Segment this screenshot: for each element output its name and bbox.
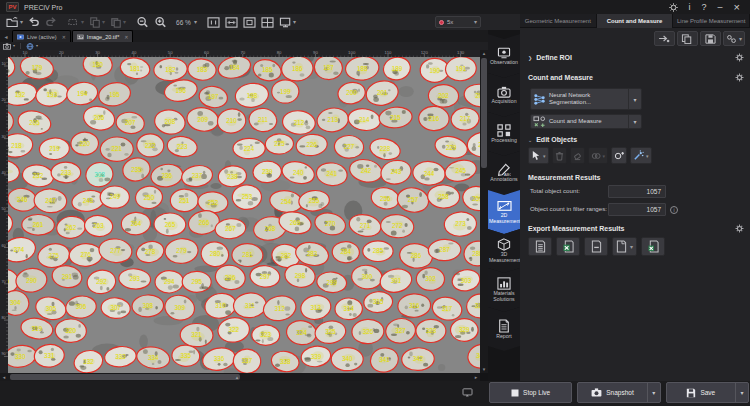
tab-live[interactable]: Live (active) ✕ — [12, 30, 71, 42]
filter-info-icon[interactable]: i — [670, 206, 678, 214]
fit-screen-button[interactable] — [241, 15, 258, 29]
measurement-options-button[interactable]: ▾ — [723, 31, 745, 46]
vertical-scrollbar-thumb[interactable] — [481, 58, 487, 168]
export-excel-button[interactable] — [556, 237, 580, 256]
save-results-button[interactable] — [700, 31, 721, 46]
tab-live-close-icon[interactable]: ✕ — [62, 34, 66, 40]
add-object-button[interactable] — [611, 147, 627, 164]
select-region-button[interactable]: ▾ — [65, 15, 86, 29]
undo-button[interactable] — [26, 15, 42, 29]
sidebar-item-3d-measurement[interactable]: 3D Measurement — [488, 229, 520, 273]
count-measure-settings-icon[interactable] — [735, 73, 744, 82]
svg-text:268: 268 — [265, 225, 276, 232]
open-file-button[interactable]: ▾ — [4, 15, 25, 29]
export-settings-icon[interactable] — [735, 224, 744, 233]
count-and-measure-dropdown-icon[interactable]: ▾ — [628, 115, 641, 128]
select-object-button[interactable]: ▾ — [528, 147, 549, 164]
sidebar-item-annotations[interactable]: ABCAnnotations — [488, 151, 520, 195]
zoom-out-button[interactable] — [134, 15, 151, 29]
define-roi-caret-icon[interactable]: ❯ — [528, 55, 532, 61]
sidebar-item-observation[interactable]: Observation — [488, 34, 520, 78]
export-file-button[interactable]: ▾ — [612, 237, 637, 256]
close-button[interactable]: × — [734, 3, 740, 12]
tab-geometric-measurement[interactable]: Geometric Measurement — [520, 14, 597, 28]
sidebar-item-label: Processing — [489, 138, 519, 144]
zoom-level-value: 66 % — [176, 19, 191, 26]
save-dropdown-icon[interactable]: ▾ — [735, 383, 748, 402]
overlay-tool-button[interactable]: ▾ — [26, 43, 38, 50]
fit-width-button[interactable] — [223, 15, 240, 29]
display-notification-icon[interactable] — [462, 388, 473, 398]
define-roi-settings-icon[interactable] — [735, 53, 744, 62]
stop-live-button[interactable]: Stop Live — [489, 382, 572, 403]
display-monitor-button[interactable]: ▾ — [277, 15, 298, 29]
tab-line-profile-measurement[interactable]: Line Profile Measurement — [673, 14, 750, 28]
zoom-in-button[interactable] — [152, 15, 169, 29]
settings-gear-icon[interactable] — [669, 3, 678, 12]
paste-dropdown-icon[interactable]: ▾ — [123, 19, 126, 25]
svg-text:183: 183 — [197, 66, 208, 73]
magic-wand-button[interactable]: ▾ — [630, 147, 652, 164]
svg-text:179: 179 — [32, 64, 43, 71]
snapshot-tool-button[interactable]: ▾ — [3, 43, 15, 50]
scroll-down-icon[interactable]: ▾ — [480, 366, 488, 373]
objective-dropdown-icon[interactable]: ▾ — [474, 19, 477, 25]
horizontal-scrollbar-thumb[interactable] — [10, 374, 240, 380]
tab-scroll-left-icon[interactable]: ◂ — [0, 33, 12, 42]
vertical-scrollbar[interactable]: ▴ ▾ — [480, 50, 488, 373]
collapse-panel-icon[interactable]: ▴ — [230, 374, 244, 381]
svg-text:216: 216 — [429, 115, 440, 122]
neural-network-dropdown-icon[interactable]: ▾ — [628, 89, 641, 109]
magic-wand-dropdown-icon[interactable]: ▾ — [646, 153, 649, 159]
info-button[interactable]: i — [689, 3, 691, 12]
tile-view-button[interactable] — [259, 15, 276, 29]
snapshot-tool-dropdown-icon[interactable]: ▾ — [13, 43, 15, 49]
neural-network-segmentation-button[interactable]: Neural Network Segmentation... ▾ — [530, 88, 642, 110]
send-results-button[interactable] — [654, 31, 675, 46]
redo-button[interactable] — [43, 15, 59, 29]
display-monitor-dropdown-icon[interactable]: ▾ — [293, 19, 296, 25]
minimize-button[interactable]: – — [718, 3, 723, 12]
objective-select[interactable]: 5x ▾ — [435, 16, 481, 28]
svg-text:277: 277 — [110, 247, 121, 254]
copy-results-button[interactable] — [677, 31, 698, 46]
sidebar-item-processing[interactable]: Processing — [488, 112, 520, 156]
edit-objects-section[interactable]: ⌄ Edit Objects — [520, 129, 750, 144]
export-workbook-button[interactable] — [641, 237, 665, 256]
sidebar-item-materials-solutions[interactable]: Materials Solutions — [488, 268, 520, 312]
scroll-left-icon[interactable]: ◂ — [0, 374, 8, 381]
copy-dropdown-icon[interactable]: ▾ — [102, 19, 105, 25]
copy-button[interactable]: ▾ — [87, 15, 107, 29]
snapshot-dropdown-icon[interactable]: ▾ — [647, 383, 660, 402]
select-region-dropdown-icon[interactable]: ▾ — [81, 19, 84, 25]
tab-image-close-icon[interactable]: ✕ — [124, 34, 128, 40]
save-button[interactable]: Save ▾ — [666, 382, 749, 403]
svg-text:189: 189 — [392, 65, 403, 72]
snapshot-button[interactable]: Snapshot ▾ — [577, 382, 660, 403]
scroll-up-icon[interactable]: ▴ — [480, 50, 488, 57]
count-and-measure-button[interactable]: Count and Measure ▾ — [530, 114, 642, 129]
paste-button[interactable]: ▾ — [108, 15, 128, 29]
overlay-tool-dropdown-icon[interactable]: ▾ — [36, 43, 38, 49]
sidebar-item-2d-measurement[interactable]: 2D Measurement — [488, 190, 520, 234]
export-file-dropdown-icon[interactable]: ▾ — [630, 244, 633, 250]
measurement-tab-bar: Geometric Measurement Count and Measure … — [520, 14, 750, 28]
scroll-right-icon[interactable]: ▸ — [472, 374, 480, 381]
export-csv-button[interactable] — [584, 237, 608, 256]
edit-objects-caret-icon[interactable]: ⌄ — [528, 137, 532, 143]
open-file-dropdown-icon[interactable]: ▾ — [20, 19, 23, 25]
help-button[interactable]: ? — [702, 3, 707, 12]
sidebar-item-acquisition[interactable]: Acquisition — [488, 73, 520, 117]
tab-count-and-measure[interactable]: Count and Measure — [597, 14, 674, 28]
define-roi-section[interactable]: ❯ Define ROI — [520, 48, 750, 66]
zoom-level-select[interactable]: 66 % ▾ — [170, 15, 199, 29]
actual-size-button[interactable] — [205, 15, 222, 29]
specimen-image[interactable]: 1781791801811821831841851861871881891901… — [8, 57, 480, 373]
grid-icon — [497, 124, 511, 137]
zoom-level-dropdown-icon[interactable]: ▾ — [194, 19, 197, 25]
tab-image[interactable]: Image_20.tif* ✕ — [72, 30, 134, 42]
sidebar-item-report[interactable]: Report — [488, 307, 520, 351]
export-report-button[interactable] — [528, 237, 552, 256]
select-object-dropdown-icon[interactable]: ▾ — [543, 153, 546, 159]
measurement-options-dropdown-icon[interactable]: ▾ — [739, 36, 742, 42]
